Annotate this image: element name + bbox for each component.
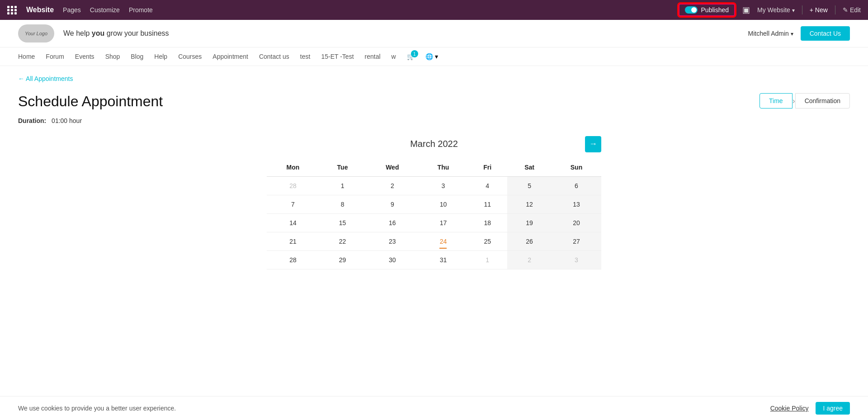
col-mon: Mon [267, 158, 319, 177]
mobile-view-icon[interactable]: ▣ [742, 5, 750, 15]
chevron-down-icon: ▾ [791, 31, 793, 37]
duration-value: 01:00 hour [52, 117, 82, 124]
calendar-day[interactable]: 2 [366, 177, 419, 195]
nav-rental[interactable]: rental [365, 53, 381, 60]
calendar-day[interactable]: 3 [552, 251, 601, 269]
col-thu: Thu [419, 158, 467, 177]
nav-appointment[interactable]: Appointment [212, 53, 248, 60]
col-sat: Sat [507, 158, 552, 177]
calendar-day[interactable]: 27 [552, 232, 601, 251]
calendar-month: March 2022 [410, 139, 458, 149]
my-website-button[interactable]: My Website ▾ [757, 6, 795, 14]
calendar-day[interactable]: 4 [467, 177, 507, 195]
calendar-day[interactable]: 26 [507, 232, 552, 251]
calendar-day[interactable]: 17 [419, 214, 467, 232]
calendar-day[interactable]: 6 [552, 177, 601, 195]
nav-courses[interactable]: Courses [178, 53, 202, 60]
calendar-day[interactable]: 22 [319, 232, 366, 251]
nav-15et-test[interactable]: 15-ET -Test [321, 53, 354, 60]
duration-label: Duration: [18, 117, 46, 124]
calendar-day[interactable]: 5 [507, 177, 552, 195]
nav-shop[interactable]: Shop [105, 53, 120, 60]
calendar-container: March 2022 → Mon Tue Wed Thu Fri Sat Sun… [267, 139, 601, 269]
step-tabs: Time › Confirmation [760, 93, 850, 109]
calendar-next-button[interactable]: → [585, 136, 601, 152]
nav-test[interactable]: test [300, 53, 311, 60]
calendar-row: 28123456 [267, 177, 601, 195]
nav-events[interactable]: Events [75, 53, 94, 60]
calendar-day[interactable]: 18 [467, 214, 507, 232]
tab-confirmation[interactable]: Confirmation [795, 93, 850, 109]
calendar-day[interactable]: 28 [267, 177, 319, 195]
col-wed: Wed [366, 158, 419, 177]
calendar-day[interactable]: 1 [467, 251, 507, 269]
calendar-day[interactable]: 9 [366, 195, 419, 214]
nav-forum[interactable]: Forum [46, 53, 64, 60]
page-content: ← All Appointments Schedule Appointment … [0, 66, 868, 278]
calendar-day[interactable]: 28 [267, 251, 319, 269]
calendar-day[interactable]: 24 [419, 232, 467, 251]
contact-us-button[interactable]: Contact Us [801, 26, 850, 41]
nav-w[interactable]: w [392, 53, 396, 60]
calendar-day[interactable]: 10 [419, 195, 467, 214]
cart-badge: 1 [411, 50, 418, 57]
calendar-day[interactable]: 11 [467, 195, 507, 214]
admin-nav-customize[interactable]: Customize [90, 6, 120, 14]
calendar-day[interactable]: 16 [366, 214, 419, 232]
calendar-day[interactable]: 23 [366, 232, 419, 251]
page-title: Schedule Appointment [18, 93, 163, 110]
calendar-day[interactable]: 1 [319, 177, 366, 195]
calendar-day[interactable]: 3 [419, 177, 467, 195]
calendar-day[interactable]: 29 [319, 251, 366, 269]
nav-blog[interactable]: Blog [131, 53, 143, 60]
col-tue: Tue [319, 158, 366, 177]
calendar-day[interactable]: 21 [267, 232, 319, 251]
published-toggle[interactable] [685, 6, 698, 14]
calendar-day[interactable]: 2 [507, 251, 552, 269]
tab-time[interactable]: Time [760, 93, 793, 109]
cart-icon[interactable]: 🛒 1 [407, 53, 415, 60]
admin-user-menu[interactable]: Mitchell Admin ▾ [748, 30, 793, 37]
admin-bar-left: Website Pages Customize Promote [7, 6, 670, 14]
calendar-day[interactable]: 25 [467, 232, 507, 251]
site-tagline: We help you grow your business [63, 29, 169, 38]
calendar-row: 14151617181920 [267, 214, 601, 232]
new-button[interactable]: + New [810, 6, 828, 14]
calendar-day[interactable]: 8 [319, 195, 366, 214]
language-selector[interactable]: 🌐 ▾ [425, 53, 438, 60]
edit-button[interactable]: ✎ Edit [843, 6, 861, 14]
admin-bar: Website Pages Customize Promote Publishe… [0, 0, 868, 20]
calendar-header: March 2022 → [267, 139, 601, 149]
site-header: Your Logo We help you grow your business… [0, 20, 868, 47]
calendar-day[interactable]: 20 [552, 214, 601, 232]
calendar-day[interactable]: 7 [267, 195, 319, 214]
back-link[interactable]: ← All Appointments [18, 75, 850, 82]
calendar-day[interactable]: 14 [267, 214, 319, 232]
calendar-day[interactable]: 15 [319, 214, 366, 232]
site-logo[interactable]: Your Logo [18, 24, 54, 42]
admin-nav-pages[interactable]: Pages [63, 6, 81, 14]
main-nav: Home Forum Events Shop Blog Help Courses… [0, 47, 868, 66]
calendar-day[interactable]: 19 [507, 214, 552, 232]
nav-help[interactable]: Help [154, 53, 167, 60]
nav-home[interactable]: Home [18, 53, 35, 60]
calendar-day[interactable]: 12 [507, 195, 552, 214]
nav-contact-us[interactable]: Contact us [259, 53, 289, 60]
divider [802, 5, 802, 14]
calendar-row: 28293031123 [267, 251, 601, 269]
calendar-day[interactable]: 31 [419, 251, 467, 269]
chevron-down-icon: ▾ [792, 7, 795, 14]
edit-label: Edit [850, 6, 861, 14]
divider2 [835, 5, 835, 14]
calendar-day[interactable]: 30 [366, 251, 419, 269]
calendar-row: 78910111213 [267, 195, 601, 214]
admin-bar-right: Published ▣ My Website ▾ + New ✎ Edit [679, 4, 861, 16]
appointment-header: Schedule Appointment Time › Confirmation [18, 93, 850, 110]
admin-site-name[interactable]: Website [26, 6, 54, 14]
calendar-grid: Mon Tue Wed Thu Fri Sat Sun 281234567891… [267, 158, 601, 269]
published-button[interactable]: Published [679, 4, 736, 16]
calendar-day[interactable]: 13 [552, 195, 601, 214]
col-fri: Fri [467, 158, 507, 177]
admin-nav-promote[interactable]: Promote [129, 6, 153, 14]
grid-menu-icon[interactable] [7, 6, 17, 14]
